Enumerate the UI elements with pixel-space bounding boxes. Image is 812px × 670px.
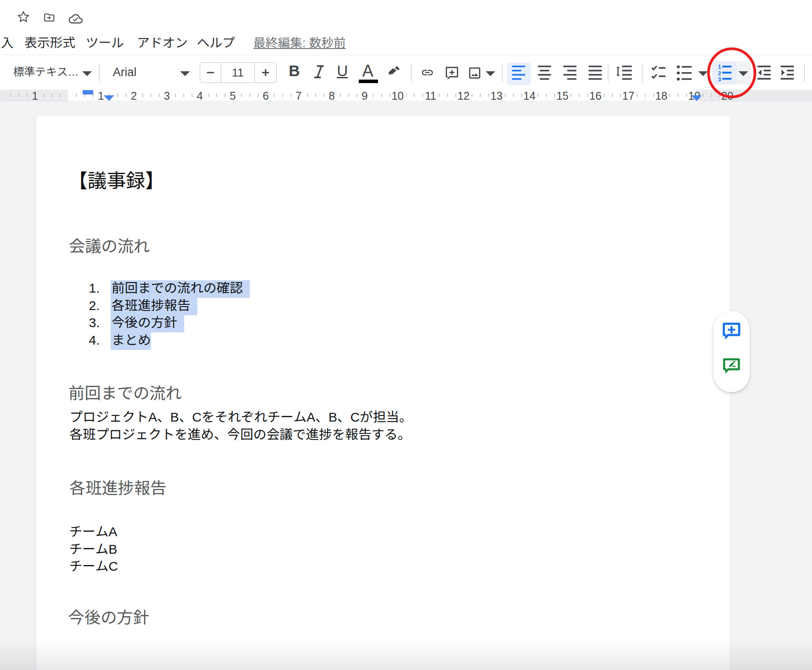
paragraph-style-selector[interactable]: 標準テキス… <box>13 66 79 77</box>
ruler-tick <box>538 94 539 97</box>
indent-decrease-icon[interactable] <box>757 65 773 81</box>
numbered-list-dropdown-arrow-icon[interactable] <box>738 71 748 76</box>
ruler-tick <box>142 94 143 97</box>
bullet-list-icon[interactable] <box>677 65 692 81</box>
ruler-tick <box>357 94 357 97</box>
ruler-tick <box>315 94 316 97</box>
add-comment-button-icon <box>721 321 742 341</box>
menu-format[interactable]: 表示形式 <box>24 37 75 49</box>
ruler-tick <box>587 94 588 97</box>
highlight-color-icon[interactable] <box>387 66 402 79</box>
line-spacing-icon[interactable] <box>616 65 633 81</box>
svg-text:1: 1 <box>718 64 721 70</box>
cloud-check-icon <box>66 12 85 24</box>
menu-insert-partial[interactable]: 入 <box>1 37 14 49</box>
ruler-number: 18 <box>655 90 668 101</box>
numbered-list-icon: 123 <box>717 64 732 81</box>
agenda-item-number: 1. <box>89 279 100 297</box>
bold-button[interactable]: B <box>289 63 300 78</box>
increase-font-size-button[interactable] <box>255 63 276 82</box>
ruler-tick <box>513 94 514 97</box>
toolbar-divider <box>411 63 412 82</box>
ruler-tick <box>579 94 580 97</box>
ruler-tick <box>505 94 506 97</box>
ruler-tick <box>719 94 720 97</box>
suggest-edits-button-icon <box>722 357 741 375</box>
ruler-tick <box>645 94 646 97</box>
insert-image-icon[interactable] <box>467 66 482 80</box>
doc-heading-progress[interactable]: 各班進捗報告 <box>69 480 166 496</box>
ruler-number: 16 <box>589 90 602 101</box>
first-line-indent-marker[interactable] <box>83 90 93 94</box>
ruler-tick <box>521 94 522 97</box>
decrease-font-size-button[interactable] <box>200 63 221 82</box>
document-page[interactable]: 【議事録】 会議の流れ 1. 前回までの流れの確認 2. 各班進捗報告 3. 今… <box>36 115 731 670</box>
ruler-tick <box>18 94 19 97</box>
ruler-number: 13 <box>490 90 503 101</box>
svg-text:2: 2 <box>718 70 721 77</box>
align-center-icon[interactable] <box>537 65 552 81</box>
ruler-number: 11 <box>425 90 436 101</box>
checklist-icon[interactable] <box>651 64 667 82</box>
ruler-tick <box>620 94 621 97</box>
last-edit-status[interactable]: 最終編集: 数秒前 <box>253 37 346 49</box>
ruler-tick <box>653 94 654 97</box>
ruler-tick <box>554 94 555 97</box>
ruler-tick <box>76 94 77 97</box>
ruler-tick <box>27 94 28 97</box>
ruler-tick <box>159 94 160 97</box>
agenda-item-text[interactable]: 各班進捗報告 <box>112 297 190 314</box>
ruler-tick <box>669 94 670 97</box>
doc-heading-policy[interactable]: 今後の方針 <box>68 610 149 626</box>
ruler-tick <box>208 94 209 97</box>
doc-team-line[interactable]: チームC <box>69 558 118 575</box>
folder-move-icon[interactable] <box>42 11 57 24</box>
agenda-item-number: 2. <box>89 297 100 314</box>
menu-help[interactable]: ヘルプ <box>197 37 235 49</box>
ruler-tick <box>488 94 489 97</box>
ruler-tick <box>192 94 192 97</box>
ruler-number: 17 <box>622 90 634 101</box>
font-family-selector[interactable]: Arial <box>113 66 136 78</box>
agenda-item-text[interactable]: まとめ <box>112 332 151 349</box>
font-dropdown-arrow-icon[interactable] <box>180 71 190 76</box>
agenda-item-number: 3. <box>89 314 100 332</box>
suggest-edits-button[interactable] <box>722 357 741 377</box>
align-right-icon[interactable] <box>562 65 578 81</box>
toolbar-divider <box>502 63 503 82</box>
style-dropdown-arrow-icon[interactable] <box>82 71 92 76</box>
menu-addons[interactable]: アドオン <box>137 37 188 49</box>
doc-heading-previous[interactable]: 前回までの流れ <box>69 385 182 401</box>
ruler-number: 3 <box>164 90 170 101</box>
document-canvas: 【議事録】 会議の流れ 1. 前回までの流れの確認 2. 各班進捗報告 3. 今… <box>0 102 812 670</box>
align-justify-icon[interactable] <box>588 65 603 81</box>
agenda-item-text[interactable]: 前回までの流れの確認 <box>112 279 243 297</box>
doc-title[interactable]: 【議事録】 <box>68 171 164 191</box>
indent-increase-icon[interactable] <box>780 65 796 81</box>
ruler: 11234567891011121314151617181920 <box>0 90 812 101</box>
agenda-item-text[interactable]: 今後の方針 <box>112 314 177 332</box>
bullet-list-dropdown-arrow-icon[interactable] <box>698 71 708 76</box>
doc-team-line[interactable]: チームA <box>69 523 117 541</box>
add-comment-button[interactable] <box>721 321 742 342</box>
star-icon[interactable] <box>17 10 30 23</box>
doc-paragraph-line[interactable]: 各班プロジェクトを進め、今回の会議で進捗を報告する。 <box>70 426 411 443</box>
doc-paragraph-line[interactable]: プロジェクトA、B、CをそれぞれチームA、B、Cが担当。 <box>70 408 412 426</box>
ruler-tick <box>439 94 440 97</box>
ruler-tick <box>307 94 308 97</box>
ruler-tick <box>414 94 415 97</box>
doc-team-line[interactable]: チームB <box>69 541 117 558</box>
font-size-value[interactable]: 11 <box>221 63 255 82</box>
toolbar: 標準テキス… Arial 11 B U A 123 <box>0 55 812 90</box>
left-indent-marker[interactable] <box>104 95 114 101</box>
ruler-number: 14 <box>523 90 536 101</box>
underline-button[interactable]: U <box>337 63 348 78</box>
image-dropdown-arrow-icon[interactable] <box>486 71 495 76</box>
right-indent-marker[interactable] <box>691 95 702 101</box>
menu-tools[interactable]: ツール <box>86 37 124 49</box>
doc-heading-agenda[interactable]: 会議の流れ <box>69 238 150 255</box>
italic-icon[interactable] <box>313 65 325 79</box>
add-comment-icon[interactable] <box>444 66 459 80</box>
text-color-button[interactable]: A <box>362 63 373 79</box>
insert-link-icon[interactable] <box>419 66 436 79</box>
